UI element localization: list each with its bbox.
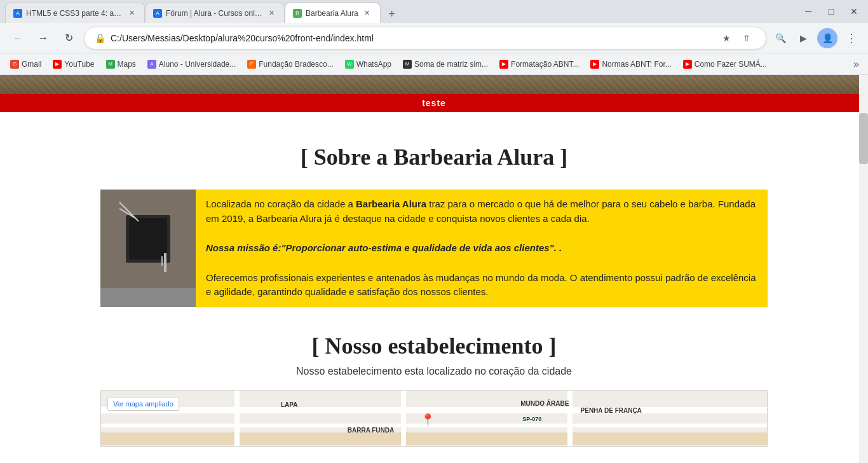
map-container: LAPA BARRA FUNDA MUNDO ÁRABE PENHA DE FR…: [100, 390, 768, 447]
map-street-v1: [234, 390, 240, 446]
bookmarks-bar: G Gmail ▶ YouTube M Maps A Aluno - Unive…: [0, 53, 868, 75]
bookmark-aluno[interactable]: A Aluno - Universidade...: [142, 57, 241, 71]
scrollbar-thumb[interactable]: [859, 113, 868, 164]
map-label-barra-funda: BARRA FUNDA: [348, 427, 395, 434]
search-icon[interactable]: 🔍: [771, 29, 789, 47]
svg-rect-7: [165, 256, 166, 266]
url-text: C:/Users/Messias/Desktop/alura%20curso%2…: [111, 33, 712, 43]
about-image-inner: [100, 190, 196, 288]
map-street-v2: [401, 390, 406, 446]
lock-icon: 🔒: [95, 33, 105, 43]
menu-button[interactable]: ⋮: [843, 29, 860, 47]
extensions-icon[interactable]: ▶: [794, 29, 812, 47]
tab-2[interactable]: A Fórum | Alura - Cursos online de... ✕: [145, 3, 285, 23]
bookmark-maps[interactable]: M Maps: [101, 57, 141, 71]
bookmark-gmail-label: Gmail: [22, 60, 41, 69]
back-button[interactable]: ←: [8, 28, 28, 48]
bookmark-fundacao-label: Fundação Bradesco...: [259, 60, 333, 69]
about-paragraph-1: Localizada no coração da cidade a Barbea…: [206, 197, 757, 226]
tab-1-label: HTML5 e CSS3 parte 4: avanç...: [26, 9, 123, 18]
url-bar[interactable]: 🔒 C:/Users/Messias/Desktop/alura%20curso…: [84, 27, 766, 50]
bookmark-gmail[interactable]: G Gmail: [5, 57, 46, 71]
tab-2-label: Fórum | Alura - Cursos online de...: [166, 9, 262, 18]
bookmark-normas[interactable]: ▶ Normas ABNT: For...: [585, 57, 676, 71]
tab-2-close[interactable]: ✕: [266, 8, 276, 18]
fundacao-favicon: F: [247, 60, 256, 69]
about-block-2: Nossa missão é:"Proporcionar auto-estima…: [196, 233, 768, 263]
establishment-title: [ Nosso estabelecimento ]: [25, 333, 843, 359]
gmail-favicon: G: [10, 60, 19, 69]
bookmark-maps-label: Maps: [118, 60, 136, 69]
formatacao-favicon: ▶: [499, 60, 508, 69]
soma-favicon: M: [403, 60, 412, 69]
about-section: Localizada no coração da cidade a Barbea…: [100, 190, 768, 307]
establishment-subtitle: Nosso estabelecimento esta localizado no…: [25, 366, 843, 377]
map-label-sp070: SP-070: [520, 415, 543, 423]
bookmark-whatsapp-label: WhatsApp: [356, 60, 391, 69]
about-paragraph-2: Oferecemos profissionais experientes e a…: [206, 271, 757, 300]
maps-favicon: M: [106, 60, 115, 69]
browser-window: A HTML5 e CSS3 parte 4: avanç... ✕ A Fór…: [0, 0, 868, 463]
red-stripe-text: teste: [422, 98, 446, 108]
normas-favicon: ▶: [590, 60, 599, 69]
tab-3-label: Barbearia Alura: [306, 9, 358, 18]
bookmark-formatacao-label: Formatação ABNT...: [511, 60, 579, 69]
bookmark-aluno-label: Aluno - Universidade...: [159, 60, 236, 69]
svg-rect-2: [129, 218, 167, 259]
map-street-h3: [101, 432, 767, 445]
aluno-favicon: A: [147, 60, 156, 69]
hero-banner: [0, 75, 868, 94]
map-inner: LAPA BARRA FUNDA MUNDO ÁRABE PENHA DE FR…: [101, 390, 767, 446]
close-button[interactable]: ✕: [845, 3, 863, 20]
bookmark-youtube[interactable]: ▶ YouTube: [48, 57, 99, 71]
whatsapp-favicon: W: [345, 60, 354, 69]
about-p1-bold: Barbearia Alura: [356, 198, 426, 209]
minimize-button[interactable]: ─: [799, 3, 817, 20]
tab-3-close[interactable]: ✕: [362, 8, 372, 18]
tab-2-favicon: A: [153, 9, 162, 18]
scrollbar[interactable]: [859, 75, 868, 463]
about-image: [100, 190, 196, 307]
map-label-penha: PENHA DE FRANÇA: [581, 407, 642, 414]
new-tab-button[interactable]: +: [383, 5, 401, 23]
tab-1-favicon: A: [13, 9, 22, 18]
main-content-area: [ Sobre a Barbearia Alura ]: [0, 112, 868, 460]
about-text-blocks: Localizada no coração da cidade a Barbea…: [196, 190, 768, 307]
bookmarks-more-button[interactable]: »: [850, 56, 863, 73]
map-street-v3: [567, 390, 573, 446]
about-block-3: Oferecemos profissionais experientes e a…: [196, 263, 768, 307]
tab-3[interactable]: B Barbearia Alura ✕: [285, 3, 381, 23]
bookmark-como[interactable]: ▶ Como Fazer SUMÁ...: [678, 57, 772, 71]
window-controls: ─ □ ✕: [799, 3, 863, 20]
profile-button[interactable]: 👤: [817, 28, 837, 48]
bookmark-fundacao[interactable]: F Fundação Bradesco...: [242, 57, 338, 71]
about-mission: Nossa missão é:"Proporcionar auto-estima…: [206, 241, 757, 256]
red-stripe: teste: [0, 94, 868, 112]
establishment-section: [ Nosso estabelecimento ] Nosso estabele…: [25, 333, 843, 447]
page-content: teste [ Sobre a Barbearia Alura ]: [0, 75, 868, 463]
share-icon[interactable]: ⇧: [738, 29, 756, 47]
bookmark-youtube-label: YouTube: [64, 60, 94, 69]
maximize-button[interactable]: □: [822, 3, 840, 20]
tab-strip: A HTML5 e CSS3 parte 4: avanç... ✕ A Fór…: [5, 0, 794, 23]
refresh-button[interactable]: ↻: [58, 28, 79, 48]
title-bar: A HTML5 e CSS3 parte 4: avanç... ✕ A Fór…: [0, 0, 868, 23]
tab-1[interactable]: A HTML5 e CSS3 parte 4: avanç... ✕: [5, 3, 145, 23]
bookmark-soma-label: Soma de matriz sim...: [414, 60, 488, 69]
map-pin: 📍: [421, 413, 435, 427]
tab-3-favicon: B: [293, 9, 302, 18]
about-title: [ Sobre a Barbearia Alura ]: [25, 144, 843, 170]
svg-rect-6: [161, 256, 163, 266]
tab-1-close[interactable]: ✕: [126, 8, 137, 18]
forward-button[interactable]: →: [33, 28, 53, 48]
bookmark-soma[interactable]: M Soma de matriz sim...: [398, 57, 493, 71]
map-link[interactable]: Ver mapa ampliado: [107, 397, 179, 411]
map-label-mundo: MUNDO ÁRABE: [520, 400, 569, 407]
bookmark-whatsapp[interactable]: W WhatsApp: [340, 57, 397, 71]
bookmark-formatacao[interactable]: ▶ Formatação ABNT...: [494, 57, 584, 71]
url-actions: ★ ⇧: [717, 29, 756, 47]
map-label-lapa: LAPA: [281, 401, 297, 408]
bookmark-star-icon[interactable]: ★: [717, 29, 735, 47]
about-block-1: Localizada no coração da cidade a Barbea…: [196, 190, 768, 233]
address-bar: ← → ↻ 🔒 C:/Users/Messias/Desktop/alura%2…: [0, 23, 868, 53]
